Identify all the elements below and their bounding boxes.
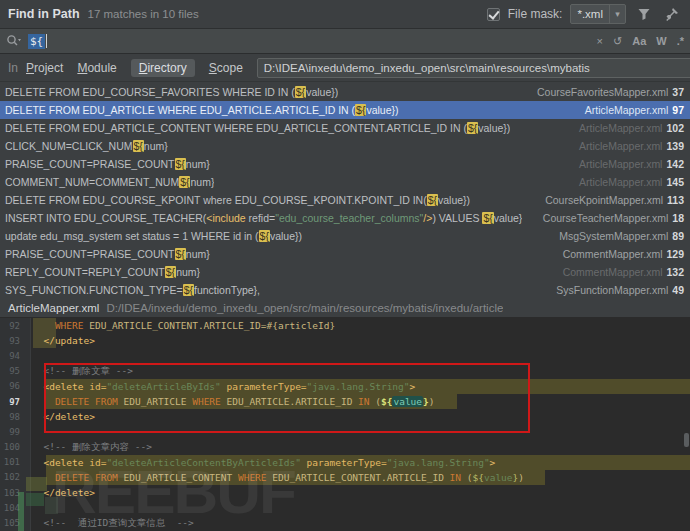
text-segment: value})	[366, 104, 398, 116]
annotation-red-box	[44, 363, 530, 433]
match-case-icon[interactable]: Aa	[632, 35, 646, 47]
directory-path-value: D:\IDEA\inxedu\demo_inxedu_open\src\main…	[258, 62, 690, 74]
scope-option-scope[interactable]: Scope	[209, 61, 243, 75]
dialog-header: Find in Path 17 matches in 10 files File…	[0, 0, 690, 28]
text-segment: ${	[259, 230, 270, 242]
result-line-number: 49	[672, 284, 684, 296]
result-row[interactable]: DELETE FROM EDU_ARTICLE_CONTENT WHERE ED…	[0, 119, 690, 137]
text-segment	[32, 320, 55, 331]
result-file-name: ArticleMapper.xml	[579, 122, 662, 134]
search-input[interactable]: ${	[28, 34, 45, 49]
search-history-icon[interactable]: ↺	[613, 35, 622, 48]
result-row[interactable]: update edu_msg_system set status = 1 WHE…	[0, 227, 690, 245]
result-code: COMMENT_NUM=COMMENT_NUM${num}	[5, 176, 214, 188]
line-number: 102	[0, 472, 24, 482]
watermark-logo-bar	[18, 492, 24, 531]
result-code: REPLY_COUNT=REPLY_COUNT${num}	[5, 266, 200, 278]
scope-row: In Project Module Directory Scope D:\IDE…	[0, 55, 690, 82]
text-segment: ${	[133, 140, 144, 152]
directory-path-group: D:\IDEA\inxedu\demo_inxedu_open\src\main…	[257, 58, 690, 78]
editor-line[interactable]: 94	[0, 348, 690, 363]
text-segment: <!-- 删除文章内容 -->	[43, 441, 151, 452]
text-segment: value})	[270, 230, 302, 242]
result-line-number: 37	[672, 86, 684, 98]
text-segment: ${	[295, 86, 306, 98]
result-location: SysFunctionMapper.xml49	[546, 284, 684, 296]
line-number: 94	[0, 351, 24, 361]
text-segment: REPLY_COUNT=REPLY_COUNT	[5, 266, 165, 278]
result-file-name: ArticleMapper.xml	[585, 104, 668, 116]
filter-button[interactable]	[634, 4, 654, 24]
whole-words-icon[interactable]: W	[656, 35, 666, 47]
clear-search-icon[interactable]: ×	[597, 35, 603, 47]
directory-path-combo[interactable]: D:\IDEA\inxedu\demo_inxedu_open\src\main…	[257, 58, 690, 78]
editor-line[interactable]: 93 </update>	[0, 333, 690, 348]
text-segment: value})	[306, 86, 338, 98]
result-file-name: MsgSystemMapper.xml	[559, 230, 668, 242]
dialog-title: Find in Path	[8, 7, 80, 21]
chevron-down-icon[interactable]: ▾	[609, 5, 625, 23]
filter-icon	[637, 7, 651, 21]
scope-option-module[interactable]: Module	[77, 61, 116, 75]
result-file-name: CourseTeacherMapper.xml	[543, 212, 668, 224]
editor-line[interactable]: 92 WHERE EDU_ARTICLE_CONTENT.ARTICLE_ID=…	[0, 318, 690, 333]
result-row[interactable]: CLICK_NUM=CLICK_NUM${num}ArticleMapper.x…	[0, 137, 690, 155]
text-segment	[32, 441, 43, 452]
result-code: PRAISE_COUNT=PRAISE_COUNT${num}	[5, 158, 210, 170]
text-segment: SYS_FUNCTION.FUNCTION_TYPE=	[5, 284, 183, 296]
text-segment: )	[518, 472, 524, 483]
text-segment: (	[461, 472, 472, 483]
text-segment: <include	[206, 212, 245, 224]
line-number: 98	[0, 412, 24, 422]
text-segment: value})	[478, 122, 510, 134]
result-row[interactable]: PRAISE_COUNT=PRAISE_COUNT${num}ArticleMa…	[0, 155, 690, 173]
result-file-name: SysFunctionMapper.xml	[556, 284, 668, 296]
line-number: 96	[0, 381, 24, 391]
text-segment: "edu_course_teacher_columns"	[275, 212, 423, 224]
result-line-number: 89	[672, 230, 684, 242]
text-segment: ${	[473, 472, 484, 483]
result-location: MsgSystemMapper.xml89	[549, 230, 684, 242]
regex-icon[interactable]: .*	[677, 35, 684, 47]
result-row[interactable]: DELETE FROM EDU_COURSE_KPOINT where EDU_…	[0, 191, 690, 209]
result-code: DELETE FROM EDU_COURSE_KPOINT where EDU_…	[5, 194, 470, 206]
result-code: DELETE FROM EDU_ARTICLE_CONTENT WHERE ED…	[5, 122, 510, 134]
result-row[interactable]: DELETE FROM EDU_COURSE_FAVORITES WHERE I…	[0, 83, 690, 101]
text-segment	[32, 335, 43, 346]
scope-option-directory[interactable]: Directory	[131, 59, 195, 77]
editor-scrollbar-thumb[interactable]	[684, 433, 689, 447]
editor-line[interactable]: 100 <!-- 删除文章内容 -->	[0, 440, 690, 455]
text-segment: WHERE	[55, 320, 84, 331]
text-segment: num}	[190, 176, 214, 188]
text-segment: ${	[175, 158, 186, 170]
search-icon[interactable]	[6, 34, 22, 48]
result-row[interactable]: DELETE FROM EDU_ARTICLE WHERE EDU_ARTICL…	[0, 101, 690, 119]
result-row[interactable]: SYS_FUNCTION.FUNCTION_TYPE=${functionTyp…	[0, 281, 690, 299]
editor-preview[interactable]: REEBUF 92 WHERE EDU_ARTICLE_CONTENT.ARTI…	[0, 318, 690, 531]
file-mask-combo[interactable]: *.xml ▾	[570, 4, 626, 24]
file-mask-checkbox[interactable]	[487, 8, 500, 21]
text-segment: num}	[186, 158, 210, 170]
text-segment: parameterType=	[301, 457, 387, 468]
result-row[interactable]: REPLY_COUNT=REPLY_COUNT${num}CommentMapp…	[0, 263, 690, 281]
result-code: INSERT INTO EDU_COURSE_TEACHER(<include …	[5, 212, 522, 224]
text-segment: ${	[355, 104, 366, 116]
result-row[interactable]: PRAISE_COUNT=PRAISE_COUNT${num}CommentMa…	[0, 245, 690, 263]
result-line-number: 97	[672, 104, 684, 116]
scope-option-project[interactable]: Project	[26, 61, 63, 75]
result-file-name: CourseKpointMapper.xml	[545, 194, 663, 206]
text-segment: COMMENT_NUM=COMMENT_NUM	[5, 176, 179, 188]
result-row[interactable]: COMMENT_NUM=COMMENT_NUM${num}ArticleMapp…	[0, 173, 690, 191]
result-location: ArticleMapper.xml139	[569, 140, 684, 152]
result-row[interactable]: INSERT INTO EDU_COURSE_TEACHER(<include …	[0, 209, 690, 227]
preview-header[interactable]: ArticleMapper.xml D:/IDEA/inxedu/demo_in…	[0, 299, 690, 318]
preview-file-name: ArticleMapper.xml	[8, 302, 99, 314]
preview-file-path: D:/IDEA/inxedu/demo_inxedu_open/src/main…	[106, 302, 503, 314]
pin-button[interactable]	[662, 4, 682, 24]
results-list: DELETE FROM EDU_COURSE_FAVORITES WHERE I…	[0, 83, 690, 299]
match-summary: 17 matches in 10 files	[88, 8, 199, 20]
text-segment	[32, 381, 43, 392]
result-file-name: ArticleMapper.xml	[579, 158, 662, 170]
line-number: 101	[0, 457, 24, 467]
result-location: CourseKpointMapper.xml113	[535, 194, 684, 206]
